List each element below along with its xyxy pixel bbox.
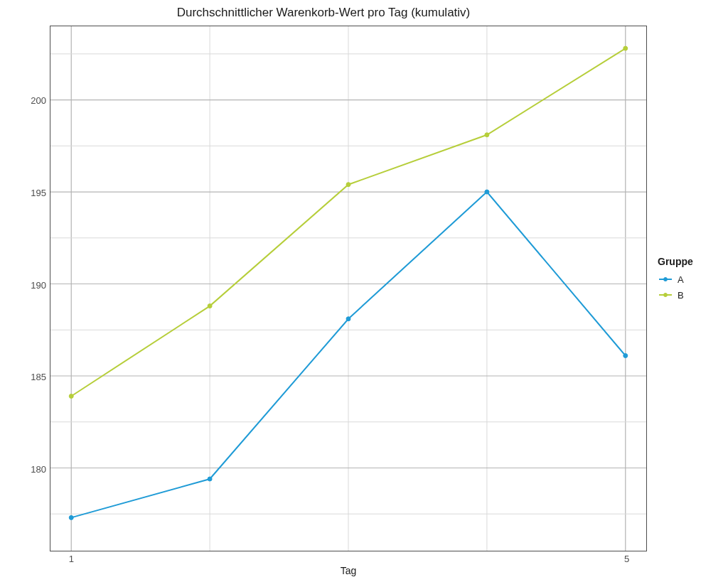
chart-title: Durchschnittlicher Warenkorb-Wert pro Ta… (0, 6, 647, 20)
chart-container: Durchschnittlicher Warenkorb-Wert pro Ta… (0, 0, 728, 582)
x-axis-label: Tag (50, 565, 647, 576)
svg-point-25 (623, 46, 628, 50)
y-tick-label: 195 (31, 187, 50, 198)
legend-item-label: A (678, 274, 684, 285)
svg-point-17 (208, 477, 212, 481)
legend-item: A (658, 271, 693, 287)
svg-point-18 (346, 317, 350, 321)
legend-item-label: B (678, 290, 684, 301)
y-tick-label: 180 (31, 464, 50, 475)
svg-point-20 (623, 354, 628, 358)
y-tick-label: 200 (31, 95, 50, 105)
plot-area: 18018519019520015 (50, 26, 647, 551)
legend: Gruppe AB (658, 256, 693, 303)
svg-point-23 (346, 183, 350, 187)
legend-title: Gruppe (658, 256, 693, 267)
x-tick-label: 5 (624, 551, 629, 564)
legend-key-icon (658, 274, 673, 285)
legend-key-icon (658, 289, 673, 301)
svg-point-19 (485, 190, 489, 194)
svg-point-22 (208, 304, 212, 308)
y-tick-label: 185 (31, 372, 50, 382)
x-tick-label: 1 (69, 551, 74, 564)
y-tick-label: 190 (31, 279, 50, 290)
legend-item: B (658, 287, 693, 303)
svg-point-21 (69, 394, 73, 398)
svg-point-16 (69, 515, 73, 519)
svg-point-24 (485, 133, 489, 137)
